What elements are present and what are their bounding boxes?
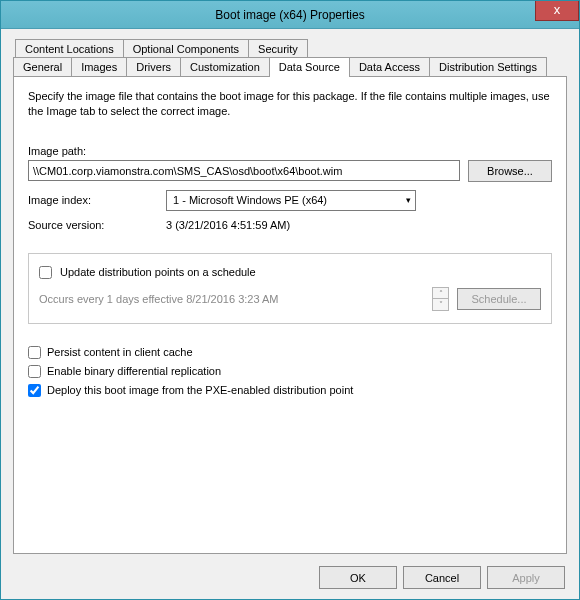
- image-index-row: Image index: 1 - Microsoft Windows PE (x…: [28, 190, 552, 211]
- tab-general[interactable]: General: [13, 57, 72, 76]
- image-index-label: Image index:: [28, 194, 166, 206]
- update-schedule-checkbox[interactable]: [39, 266, 52, 279]
- binary-diff-label: Enable binary differential replication: [47, 365, 221, 377]
- cancel-button[interactable]: Cancel: [403, 566, 481, 589]
- binary-diff-checkbox[interactable]: [28, 365, 41, 378]
- source-version-label: Source version:: [28, 219, 166, 231]
- spinner-down-icon[interactable]: ˅: [433, 299, 448, 310]
- image-path-input[interactable]: [28, 160, 460, 181]
- options-checklist: Persist content in client cache Enable b…: [28, 346, 552, 397]
- image-path-label: Image path:: [28, 145, 552, 157]
- dialog-button-bar: OK Cancel Apply: [319, 566, 565, 589]
- dialog-body: Content Locations Optional Components Se…: [1, 29, 579, 599]
- image-path-row: Browse...: [28, 160, 552, 182]
- tab-customization[interactable]: Customization: [180, 57, 270, 76]
- image-index-select[interactable]: 1 - Microsoft Windows PE (x64) ▾: [166, 190, 416, 211]
- tab-distribution-settings[interactable]: Distribution Settings: [429, 57, 547, 76]
- persist-cache-checkbox[interactable]: [28, 346, 41, 359]
- tab-optional-components[interactable]: Optional Components: [123, 39, 249, 58]
- titlebar: Boot image (x64) Properties x: [1, 1, 579, 29]
- window-title: Boot image (x64) Properties: [215, 8, 364, 22]
- browse-button[interactable]: Browse...: [468, 160, 552, 182]
- tab-row-top: Content Locations Optional Components Se…: [13, 39, 567, 58]
- close-button[interactable]: x: [535, 1, 579, 21]
- close-icon: x: [554, 2, 561, 17]
- tab-security[interactable]: Security: [248, 39, 308, 58]
- tab-content-locations[interactable]: Content Locations: [15, 39, 124, 58]
- update-schedule-label: Update distribution points on a schedule: [60, 266, 256, 278]
- tab-row-bottom: General Images Drivers Customization Dat…: [13, 57, 567, 76]
- tab-drivers[interactable]: Drivers: [126, 57, 181, 76]
- panel-description: Specify the image file that contains the…: [28, 89, 552, 119]
- tab-data-access[interactable]: Data Access: [349, 57, 430, 76]
- apply-button: Apply: [487, 566, 565, 589]
- properties-dialog: Boot image (x64) Properties x Content Lo…: [0, 0, 580, 600]
- source-version-row: Source version: 3 (3/21/2016 4:51:59 AM): [28, 219, 552, 231]
- schedule-spinner[interactable]: ˄ ˅: [432, 287, 449, 311]
- pxe-deploy-checkbox[interactable]: [28, 384, 41, 397]
- source-version-value: 3 (3/21/2016 4:51:59 AM): [166, 219, 290, 231]
- schedule-occurs-text: Occurs every 1 days effective 8/21/2016 …: [39, 293, 424, 305]
- schedule-button: Schedule...: [457, 288, 541, 310]
- chevron-down-icon: ▾: [406, 196, 411, 205]
- tab-images[interactable]: Images: [71, 57, 127, 76]
- pxe-deploy-row: Deploy this boot image from the PXE-enab…: [28, 384, 552, 397]
- persist-cache-label: Persist content in client cache: [47, 346, 193, 358]
- ok-button[interactable]: OK: [319, 566, 397, 589]
- data-source-panel: Specify the image file that contains the…: [13, 76, 567, 554]
- persist-cache-row: Persist content in client cache: [28, 346, 552, 359]
- tab-data-source[interactable]: Data Source: [269, 57, 350, 77]
- tab-container: Content Locations Optional Components Se…: [13, 39, 567, 554]
- spinner-up-icon[interactable]: ˄: [433, 288, 448, 299]
- schedule-groupbox: Update distribution points on a schedule…: [28, 253, 552, 324]
- pxe-deploy-label: Deploy this boot image from the PXE-enab…: [47, 384, 353, 396]
- binary-diff-row: Enable binary differential replication: [28, 365, 552, 378]
- image-index-value: 1 - Microsoft Windows PE (x64): [173, 194, 327, 206]
